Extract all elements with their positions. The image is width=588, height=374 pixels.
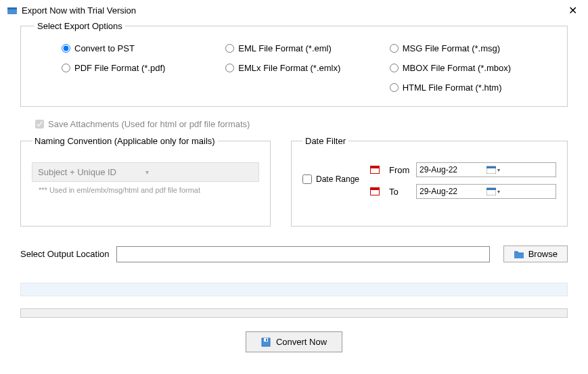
- to-date-input[interactable]: 29-Aug-22 ▾: [416, 184, 556, 199]
- date-filter-legend: Date Filter: [302, 136, 348, 146]
- radio-emlx[interactable]: EMLx File Format (*.emlx): [225, 63, 389, 73]
- radio-convert-pst[interactable]: Convert to PST: [62, 43, 225, 53]
- app-icon: [7, 5, 18, 16]
- progress-bar: [20, 308, 568, 318]
- window-title: Export Now with Trial Version: [22, 5, 564, 16]
- export-options-group: Select Export Options Convert to PST EML…: [20, 21, 568, 107]
- naming-legend: Naming Convention (Applicable only for m…: [32, 136, 218, 146]
- svg-rect-5: [487, 188, 496, 190]
- svg-rect-3: [487, 166, 496, 168]
- export-options-legend: Select Export Options: [35, 21, 125, 31]
- to-label: To: [389, 187, 416, 197]
- convert-now-button[interactable]: Convert Now: [246, 331, 342, 352]
- naming-hint: *** Used in eml/emlx/msg/html and pdf fi…: [32, 186, 259, 194]
- radio-pdf[interactable]: PDF File Format (*.pdf): [62, 63, 225, 73]
- naming-dropdown: Subject + Unique ID ▾: [32, 162, 259, 182]
- from-date-input[interactable]: 29-Aug-22 ▾: [416, 162, 556, 177]
- radio-eml[interactable]: EML File Format (*.eml): [225, 43, 389, 53]
- date-range-checkbox[interactable]: Date Range: [302, 174, 370, 184]
- calendar-icon: [370, 187, 380, 195]
- title-bar: Export Now with Trial Version ✕: [0, 0, 588, 21]
- from-label: From: [389, 165, 416, 175]
- radio-html[interactable]: HTML File Format (*.htm): [390, 83, 553, 93]
- radio-msg[interactable]: MSG File Format (*.msg): [390, 43, 553, 53]
- save-attachments-input: [35, 120, 44, 128]
- svg-rect-8: [266, 339, 267, 341]
- radio-mbox[interactable]: MBOX File Format (*.mbox): [390, 63, 553, 73]
- close-icon[interactable]: ✕: [564, 4, 581, 17]
- save-attachments-checkbox: Save Attachments (Used for html or pdf f…: [35, 119, 568, 129]
- browse-button[interactable]: Browse: [503, 246, 568, 262]
- datepicker-icon[interactable]: ▾: [487, 187, 553, 195]
- output-location-row: Select Output Location Browse: [20, 246, 568, 262]
- status-bar: [20, 283, 568, 296]
- chevron-down-icon: ▾: [145, 168, 253, 176]
- date-filter-group: Date Filter Date Range From 29-Aug-22: [291, 136, 568, 227]
- svg-rect-1: [7, 7, 17, 9]
- output-location-label: Select Output Location: [20, 249, 110, 259]
- output-location-input[interactable]: [116, 246, 490, 262]
- naming-convention-group: Naming Convention (Applicable only for m…: [20, 136, 271, 227]
- datepicker-icon[interactable]: ▾: [487, 166, 553, 174]
- calendar-icon: [370, 166, 380, 174]
